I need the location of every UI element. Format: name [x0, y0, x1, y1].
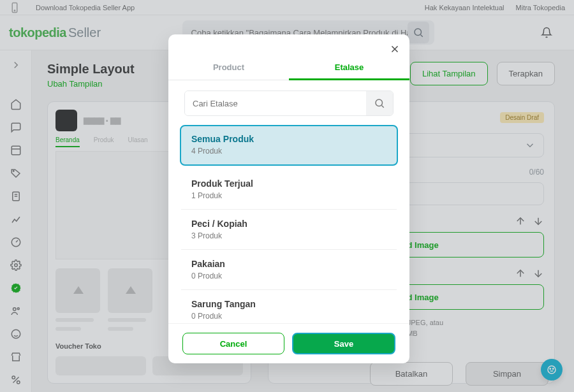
etalase-item[interactable]: Semua Produk4 Produk: [180, 125, 398, 166]
etalase-item-count: 1 Produk: [191, 191, 386, 200]
etalase-item-name: Produk Terjual: [191, 178, 386, 189]
etalase-list[interactable]: Semua Produk4 ProdukProduk Terjual1 Prod…: [168, 122, 409, 323]
etalase-search: [184, 91, 394, 116]
modal-tab-product[interactable]: Product: [168, 56, 289, 80]
etalase-item-name: Semua Produk: [191, 134, 386, 144]
etalase-item[interactable]: Produk Terjual1 Produk: [181, 171, 397, 210]
etalase-search-input[interactable]: [185, 91, 366, 115]
etalase-item-count: 0 Produk: [191, 272, 386, 280]
etalase-item-count: 0 Produk: [191, 312, 386, 321]
close-icon[interactable]: [389, 42, 401, 55]
etalase-search-button[interactable]: [366, 91, 393, 115]
etalase-item-name: Peci / Kopiah: [191, 219, 386, 229]
modal-save-button[interactable]: Save: [292, 333, 395, 354]
etalase-item[interactable]: Sarung Tangan0 Produk: [181, 291, 397, 323]
modal-cancel-button[interactable]: Cancel: [182, 333, 284, 354]
etalase-modal: Product Etalase Semua Produk4 ProdukProd…: [168, 34, 409, 363]
etalase-item-count: 3 Produk: [191, 231, 386, 240]
etalase-item[interactable]: Peci / Kopiah3 Produk: [181, 211, 397, 250]
svg-point-29: [376, 99, 383, 106]
svg-line-30: [381, 105, 383, 107]
etalase-item-count: 4 Produk: [191, 147, 386, 156]
etalase-item-name: Sarung Tangan: [191, 299, 386, 309]
modal-tab-etalase[interactable]: Etalase: [289, 56, 409, 80]
etalase-item-name: Pakaian: [191, 259, 386, 269]
etalase-item[interactable]: Pakaian0 Produk: [181, 251, 397, 290]
